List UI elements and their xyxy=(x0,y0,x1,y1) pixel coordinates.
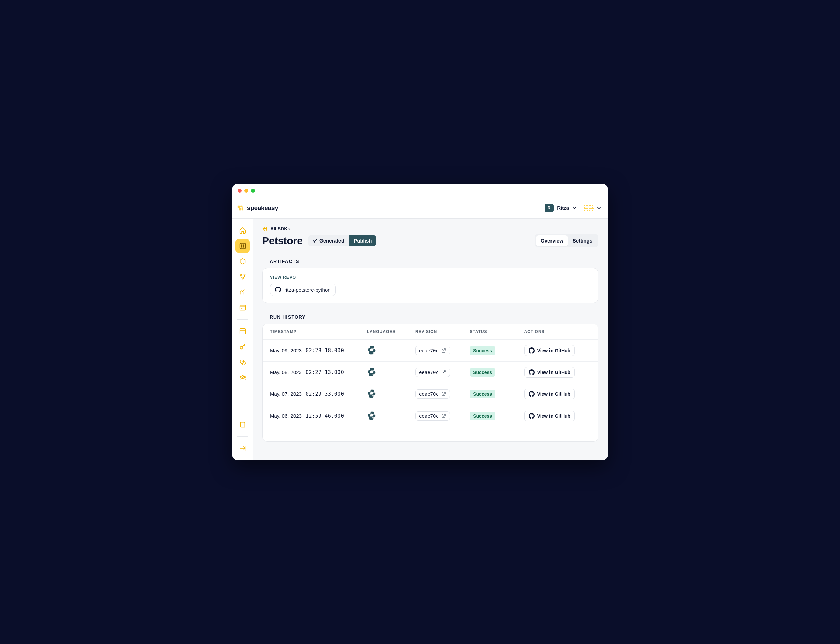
window-zoom-button[interactable] xyxy=(251,189,255,192)
revision-link[interactable]: eeae70c xyxy=(415,346,450,355)
revision-link[interactable]: eeae70c xyxy=(415,368,450,377)
window-minimize-button[interactable] xyxy=(244,189,248,192)
cell-status: Success xyxy=(470,346,524,355)
nav-library[interactable] xyxy=(235,417,250,432)
brand-logo[interactable]: speakeasy xyxy=(237,204,278,212)
python-icon xyxy=(367,411,376,420)
status-pill-group: Generated Publish xyxy=(308,235,376,246)
svg-rect-7 xyxy=(241,246,242,248)
external-link-icon xyxy=(442,392,446,396)
chart-icon xyxy=(239,288,246,296)
nav-home[interactable] xyxy=(235,223,250,238)
external-link-icon xyxy=(442,348,446,353)
cell-revision: eeae70c xyxy=(415,368,470,377)
cell-status: Success xyxy=(470,368,524,377)
nav-docs[interactable] xyxy=(235,301,250,315)
table-footer xyxy=(263,427,598,442)
breadcrumb-back[interactable]: All SDKs xyxy=(262,226,598,232)
nav-collapse[interactable] xyxy=(235,442,250,455)
cell-timestamp: May. 07, 202302:29:33.000 xyxy=(270,391,367,397)
svg-rect-3 xyxy=(242,207,243,210)
view-in-github-button[interactable]: View in GitHub xyxy=(524,345,575,356)
cell-status: Success xyxy=(470,412,524,420)
nav-analytics[interactable] xyxy=(235,285,250,299)
cell-actions: View in GitHub xyxy=(524,389,591,399)
status-badge: Success xyxy=(470,412,495,420)
topbar: speakeasy R Ritza xyxy=(232,197,608,219)
circles-icon xyxy=(239,358,246,366)
nav-templates[interactable] xyxy=(235,324,250,338)
svg-point-15 xyxy=(240,360,243,363)
view-in-github-button[interactable]: View in GitHub xyxy=(524,411,575,421)
book-icon xyxy=(239,421,246,428)
cell-revision: eeae70c xyxy=(415,411,470,421)
back-arrow-icon xyxy=(262,226,268,232)
svg-rect-8 xyxy=(243,246,244,248)
col-status: STATUS xyxy=(470,329,524,334)
status-badge: Success xyxy=(470,368,495,377)
window-close-button[interactable] xyxy=(238,189,242,192)
tab-overview[interactable]: Overview xyxy=(536,235,568,246)
status-publish[interactable]: Publish xyxy=(349,235,376,246)
status-generated: Generated xyxy=(308,235,349,246)
sidebar xyxy=(232,219,253,460)
table-header: TIMESTAMP LANGUAGES REVISION STATUS ACTI… xyxy=(263,324,598,340)
view-in-github-button[interactable]: View in GitHub xyxy=(524,389,575,399)
status-badge: Success xyxy=(470,390,495,399)
cell-status: Success xyxy=(470,390,524,399)
status-publish-label: Publish xyxy=(353,238,372,243)
branch-icon xyxy=(239,273,246,281)
hexagon-icon xyxy=(239,258,246,265)
table-row: May. 09, 202302:28:18.000eeae70cSuccessV… xyxy=(263,340,598,361)
col-timestamp: TIMESTAMP xyxy=(270,329,367,334)
brand-mark-icon xyxy=(237,204,244,212)
cell-timestamp: May. 09, 202302:28:18.000 xyxy=(270,347,367,353)
svg-rect-13 xyxy=(240,329,245,334)
svg-point-9 xyxy=(240,274,241,275)
chevron-down-icon xyxy=(597,206,601,210)
svg-rect-4 xyxy=(240,243,245,249)
repo-link[interactable]: ritza-petstore-python xyxy=(270,284,336,296)
svg-rect-0 xyxy=(238,205,240,207)
github-icon xyxy=(275,287,281,293)
nav-branches[interactable] xyxy=(235,270,250,284)
nav-team[interactable] xyxy=(235,371,250,385)
nav-divider xyxy=(237,436,248,437)
nav-keys[interactable] xyxy=(235,340,250,354)
svg-rect-6 xyxy=(243,244,244,245)
org-switcher[interactable]: R Ritza xyxy=(543,202,578,214)
col-languages: LANGUAGES xyxy=(367,329,415,334)
window-icon xyxy=(239,304,246,311)
nav-circles[interactable] xyxy=(235,355,250,369)
revision-link[interactable]: eeae70c xyxy=(415,389,450,399)
svg-point-18 xyxy=(240,376,241,378)
svg-point-17 xyxy=(242,376,243,378)
view-in-github-button[interactable]: View in GitHub xyxy=(524,367,575,378)
layout-icon xyxy=(239,328,246,335)
cell-languages xyxy=(367,389,415,399)
cell-timestamp: May. 06, 202312:59:46.000 xyxy=(270,413,367,419)
svg-point-16 xyxy=(242,361,245,365)
revision-link[interactable]: eeae70c xyxy=(415,411,450,421)
history-heading: RUN HISTORY xyxy=(270,314,598,320)
external-link-icon xyxy=(442,414,446,418)
cell-actions: View in GitHub xyxy=(524,367,591,378)
nav-apis[interactable] xyxy=(235,254,250,268)
status-badge: Success xyxy=(470,346,495,355)
grid-icon xyxy=(239,242,246,250)
cell-revision: eeae70c xyxy=(415,346,470,355)
artifacts-heading: ARTIFACTS xyxy=(270,259,598,264)
svg-rect-12 xyxy=(240,305,245,310)
svg-rect-1 xyxy=(240,205,242,207)
body: All SDKs Petstore Generated Publish Over… xyxy=(232,219,608,460)
titlebar xyxy=(232,184,608,197)
breadcrumb-label: All SDKs xyxy=(270,226,290,232)
repo-name: ritza-petstore-python xyxy=(284,287,331,293)
python-icon xyxy=(367,345,376,355)
tab-settings[interactable]: Settings xyxy=(568,235,597,246)
collapse-icon xyxy=(239,445,246,452)
home-icon xyxy=(239,227,246,234)
cell-languages xyxy=(367,345,415,356)
user-menu[interactable] xyxy=(584,203,601,213)
nav-sdks[interactable] xyxy=(235,239,250,253)
